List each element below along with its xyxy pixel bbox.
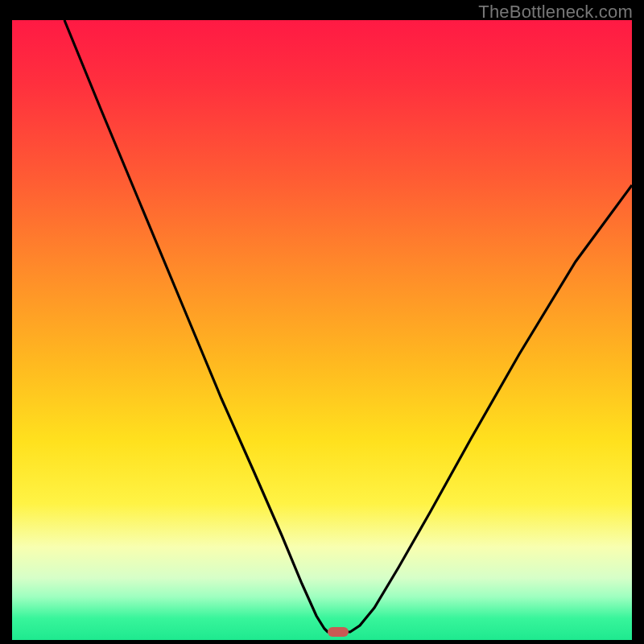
optimum-marker (328, 627, 349, 637)
watermark-text: TheBottleneck.com (478, 2, 633, 23)
curve-path (64, 20, 632, 632)
bottleneck-curve (12, 20, 632, 640)
